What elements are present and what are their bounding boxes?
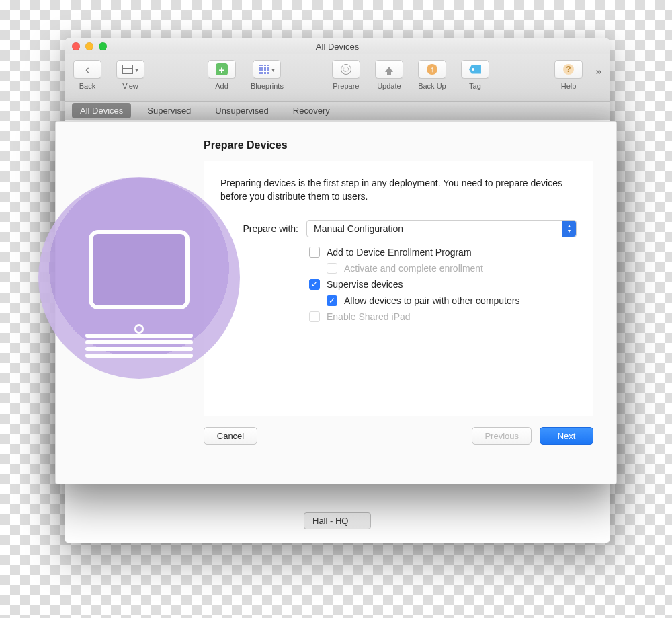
prepare-label: Prepare — [333, 82, 359, 90]
window-title: All Devices — [316, 42, 359, 52]
blueprints-button[interactable] — [253, 60, 281, 79]
toolbar-add-group: Add — [208, 60, 236, 90]
tag-button[interactable] — [461, 60, 489, 79]
toolbar-overflow-button[interactable]: » — [596, 65, 601, 77]
checkbox-dep-row[interactable]: Add to Device Enrollment Program — [309, 247, 577, 258]
backup-button[interactable] — [418, 60, 446, 79]
device-tile[interactable]: Hall - HQ — [304, 512, 371, 529]
minimize-window-button[interactable] — [85, 42, 93, 50]
checkbox-dep[interactable] — [309, 247, 320, 258]
stack-icon — [85, 331, 193, 358]
update-button[interactable] — [375, 60, 403, 79]
scope-unsupervised[interactable]: Unsupervised — [207, 103, 277, 118]
checkbox-supervise-row[interactable]: Supervise devices — [309, 279, 577, 290]
prepare-with-value: Manual Configuration — [314, 223, 403, 234]
checkbox-shared-label: Enable Shared iPad — [327, 311, 411, 322]
sheet-illustration — [38, 177, 240, 379]
zoom-window-button[interactable] — [99, 42, 107, 50]
arrow-up-solid-icon — [385, 67, 393, 72]
checkbox-dep-label: Add to Device Enrollment Program — [327, 247, 472, 258]
checkbox-activate-label: Activate and complete enrollment — [344, 263, 483, 274]
sheet-title: Prepare Devices — [204, 139, 593, 151]
prepare-button[interactable] — [332, 60, 360, 79]
help-label: Help — [561, 82, 577, 90]
plus-icon — [216, 63, 228, 75]
cancel-button[interactable]: Cancel — [204, 427, 257, 445]
select-stepper-icon: ▴▾ — [562, 221, 576, 237]
checkbox-pair-label: Allow devices to pair with other compute… — [344, 295, 519, 306]
next-button[interactable]: Next — [540, 427, 593, 445]
toolbar-blueprints-group: Blueprints — [251, 60, 284, 90]
scope-recovery[interactable]: Recovery — [285, 103, 338, 118]
checkbox-activate-row: Activate and complete enrollment — [327, 263, 577, 274]
scope-supervised[interactable]: Supervised — [139, 103, 199, 118]
checkbox-pair[interactable] — [327, 295, 337, 306]
toolbar-update-group: Update — [375, 60, 403, 90]
toolbar-help-group: Help — [554, 60, 583, 90]
checkbox-supervise-label: Supervise devices — [327, 279, 403, 290]
scope-all-devices[interactable]: All Devices — [72, 103, 131, 118]
sheet-intro-text: Preparing devices is the first step in a… — [220, 176, 577, 204]
back-button[interactable] — [73, 60, 101, 79]
add-label: Add — [215, 82, 228, 90]
add-button[interactable] — [208, 60, 236, 79]
checkbox-pair-row[interactable]: Allow devices to pair with other compute… — [327, 295, 577, 306]
sheet-form: Preparing devices is the first step in a… — [204, 161, 593, 416]
checkbox-supervise[interactable] — [309, 279, 320, 290]
close-window-button[interactable] — [72, 42, 80, 50]
backup-label: Back Up — [418, 82, 446, 90]
scope-bar: All Devices Supervised Unsupervised Reco… — [65, 102, 610, 120]
toolbar-prepare-group: Prepare — [332, 60, 360, 90]
toolbar: Back View Add Blueprints Prepare Update … — [65, 54, 610, 102]
chevron-left-icon — [85, 63, 89, 75]
ipad-icon — [89, 230, 190, 309]
toolbar-view-group: View — [116, 60, 144, 90]
prepare-sheet: Prepare Devices Preparing devices is the… — [55, 121, 617, 484]
grid-icon — [122, 65, 133, 74]
help-button[interactable] — [554, 60, 583, 79]
tag-label: Tag — [469, 82, 481, 90]
checkbox-activate — [327, 263, 337, 274]
update-label: Update — [377, 82, 401, 90]
tag-icon — [469, 65, 481, 74]
toolbar-tag-group: Tag — [461, 60, 489, 90]
question-icon — [563, 64, 574, 75]
checkbox-shared — [309, 311, 320, 322]
blueprints-label: Blueprints — [251, 82, 284, 90]
prepare-with-label: Prepare with: — [220, 223, 298, 234]
blueprints-icon — [259, 65, 269, 74]
titlebar: All Devices — [65, 38, 610, 54]
toolbar-back-group: Back — [73, 60, 101, 90]
gear-icon — [341, 64, 351, 75]
previous-button[interactable]: Previous — [472, 427, 532, 445]
toolbar-backup-group: Back Up — [418, 60, 446, 90]
arrow-up-circle-icon — [427, 64, 437, 75]
back-label: Back — [79, 82, 95, 90]
view-label: View — [122, 82, 138, 90]
checkbox-shared-row: Enable Shared iPad — [309, 311, 577, 322]
view-button[interactable] — [116, 60, 144, 79]
prepare-with-select[interactable]: Manual Configuration ▴▾ — [306, 220, 577, 237]
traffic-lights — [72, 42, 107, 50]
